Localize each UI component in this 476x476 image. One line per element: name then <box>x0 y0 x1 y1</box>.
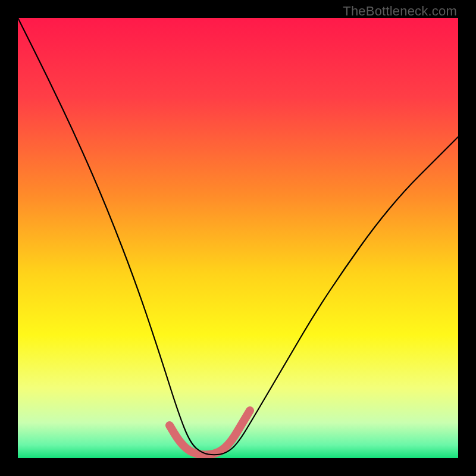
chart-curves <box>18 18 458 458</box>
bottom-highlight <box>170 411 250 455</box>
plot-area <box>18 18 458 458</box>
watermark-text: TheBottleneck.com <box>343 4 457 19</box>
bottleneck-curve <box>18 18 458 455</box>
chart-frame: TheBottleneck.com <box>0 0 476 476</box>
